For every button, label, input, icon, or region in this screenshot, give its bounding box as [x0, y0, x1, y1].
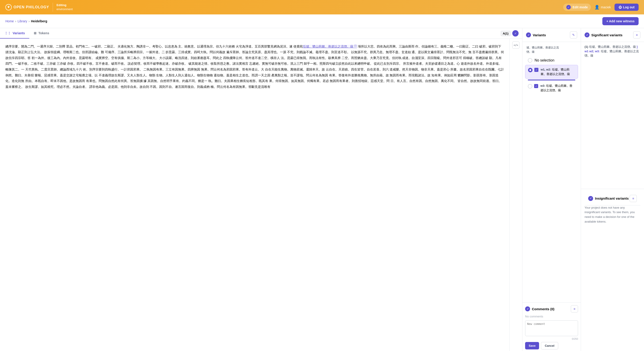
sig-variants-check-icon: ✓ [584, 33, 590, 37]
header-subtitle: Editing environment [56, 3, 73, 11]
edit-pencil-icon: ✎ [572, 33, 575, 37]
comments-check-icon: ✓ [525, 306, 530, 311]
variants-check-icon: ✓ [526, 33, 531, 37]
main-container: ⋮⋮ Variants ⊞ Tokens A(1) ✓ 總序宗要。開為二門。一通… [0, 28, 644, 351]
comment-actions: Save Cancel [525, 342, 578, 349]
variant-w1w2-text: w1, w2: 坵墟。鷺山荊棘。善逝以之流愡。薩 [541, 67, 575, 76]
edit-mode-toggle[interactable]: ✓ Edit mode [563, 4, 591, 11]
insig-variants-check-icon: ✓ [588, 196, 593, 201]
subtitle-line1: Editing [56, 3, 73, 7]
sig-item-number: (1) [584, 45, 588, 49]
sig-variants-label: Significant variants [591, 33, 622, 37]
variants-title-label: Variants [533, 33, 546, 37]
significant-variants-panel: ✓ Significant variants ≡ (1) 坵墟。鷺山荊棘。善逝以… [581, 28, 644, 189]
sig-variants-header: ✓ Significant variants ≡ [581, 28, 644, 42]
insignificant-variants-panel: ✓ Insignificant variants ≡ Your project … [581, 189, 644, 351]
toolbar-right: A(1) ✓ [501, 30, 522, 37]
breadcrumb-sep2: › [28, 19, 30, 23]
no-selection-radio[interactable] [528, 58, 532, 63]
variants-panel: ✓ Variants ✎ 墟。鷺山荊棘。善逝以之流愡。薩 No selectio… [522, 28, 581, 351]
user-icon: 👤 [594, 5, 600, 10]
comments-list-button[interactable]: ≡ [571, 305, 578, 312]
variant-w3-text: w3: 坵墟。鷺山荊棘。善逝以之流愡。薩 [540, 84, 575, 92]
no-selection-option[interactable]: No selection [525, 56, 578, 65]
comments-panel-title: ✓ Comments (0) [525, 306, 554, 311]
variant-w1w2-label: w1, w2: [541, 68, 551, 71]
highlighted-text: 坵墟。鷺山荊棘。善逝以之流愡。薩 (1) [303, 45, 357, 48]
comment-input[interactable] [525, 320, 578, 336]
power-icon: ⏻ [618, 6, 622, 9]
sig-variants-content: (1) 坵墟。鷺山荊棘。善逝以之流愡。薩 ] w1 w2; w3: 坵墟。鷺山荊… [581, 42, 644, 62]
w-label: ] w1 w2; w3: [584, 45, 638, 53]
variant-w3-option[interactable]: ✓ w3: 坵墟。鷺山荊棘。善逝以之流愡。薩 [525, 81, 578, 95]
breadcrumb-current: Heidelberg [31, 19, 47, 23]
header-right: ✓ Edit mode 👤 maciek ⏻ Log out [563, 4, 638, 11]
scrollbar-indicator [528, 80, 575, 80]
code-icon: </> [514, 44, 518, 47]
comment-count: 0/250 [525, 337, 578, 340]
variant-w1w2-radio[interactable] [528, 68, 532, 72]
insig-variants-title: ✓ Insignificant variants [588, 196, 629, 201]
logout-label: Log out [623, 6, 634, 9]
tabs-group: ⋮⋮ Variants ⊞ Tokens [0, 28, 54, 39]
text-panel: ⋮⋮ Variants ⊞ Tokens A(1) ✓ 總序宗要。開為二門。一通… [0, 28, 522, 351]
variants-list: 墟。鷺山荊棘。善逝以之流愡。薩 No selection ✓ w1, w2: 坵… [522, 42, 581, 302]
breadcrumb-bar: Home › Library › Heidelberg + Add new wi… [0, 15, 644, 28]
sig-variants-list-button[interactable]: ≡ [633, 31, 640, 39]
header-left: OPEN PHILOLOGY Editing environment [6, 3, 73, 12]
sig-list-icon: ≡ [636, 33, 638, 37]
insig-list-icon: ≡ [632, 197, 634, 200]
no-selection-label: No selection [534, 58, 554, 62]
logo: OPEN PHILOLOGY [6, 4, 49, 10]
variant-w1w2-option[interactable]: ✓ w1, w2: 坵墟。鷺山荊棘。善逝以之流愡。薩 [525, 65, 578, 79]
tab-variants[interactable]: ⋮⋮ Variants [0, 28, 29, 39]
breadcrumb-library[interactable]: Library [18, 19, 27, 23]
right-panel: ✓ Significant variants ≡ (1) 坵墟。鷺山荊棘。善逝以… [581, 28, 644, 351]
user-name: maciek [601, 6, 611, 9]
edit-mode-check-icon: ✓ [566, 5, 571, 10]
breadcrumb: Home › Library › Heidelberg [6, 19, 47, 23]
side-btn-area: </> [509, 39, 522, 351]
edit-mode-label: Edit mode [572, 6, 588, 9]
logo-icon [6, 4, 12, 10]
variant-w3-radio[interactable] [528, 84, 532, 89]
tab-tokens[interactable]: ⊞ Tokens [29, 28, 54, 39]
check-button[interactable]: ✓ [512, 30, 518, 37]
logo-text: OPEN PHILOLOGY [14, 5, 49, 9]
header: OPEN PHILOLOGY Editing environment ✓ Edi… [0, 0, 644, 15]
variants-edit-button[interactable]: ✎ [570, 31, 577, 39]
user-info: 👤 maciek [594, 5, 611, 10]
code-button[interactable]: </> [512, 42, 520, 49]
tokens-tab-icon: ⊞ [34, 31, 36, 35]
comments-section: ✓ Comments (0) ≡ No comments 0/250 Save … [522, 302, 581, 351]
variant-w1w2-checkbox[interactable]: ✓ [534, 68, 538, 72]
breadcrumb-sep1: › [15, 19, 16, 23]
variants-panel-title: ✓ Variants [526, 33, 546, 37]
save-comment-button[interactable]: Save [525, 342, 539, 349]
subtitle-line2: environment [56, 7, 73, 11]
svg-point-1 [8, 7, 9, 8]
comments-header: ✓ Comments (0) ≡ [525, 305, 578, 312]
cancel-comment-button[interactable]: Cancel [541, 342, 558, 349]
sig-variants-title: ✓ Significant variants [584, 33, 622, 37]
breadcrumb-home[interactable]: Home [6, 19, 14, 23]
variants-tab-icon: ⋮⋮ [4, 31, 11, 35]
a-badge: A(1) [501, 31, 510, 36]
logout-button[interactable]: ⏻ Log out [614, 4, 638, 11]
variant-w3-label: w3: [540, 84, 545, 87]
comments-title-label: Comments (0) [532, 307, 554, 311]
insig-variants-list-button[interactable]: ≡ [630, 195, 637, 202]
add-witness-button[interactable]: + Add new witness [602, 17, 638, 25]
insig-variants-header: ✓ Insignificant variants ≡ [584, 192, 640, 205]
variant-w3-checkbox[interactable]: ✓ [534, 84, 538, 88]
main-text-content: 總序宗要。開為二門。一通序大歸。二別釋 眾品。初門有二。一破邪。二顯正。 夫適化… [6, 43, 504, 90]
header-divider [53, 3, 53, 12]
text-area-with-btn: 總序宗要。開為二門。一通序大歸。二別釋 眾品。初門有二。一破邪。二顯正。 夫適化… [0, 39, 522, 351]
variants-panel-header: ✓ Variants ✎ [522, 28, 581, 42]
sig-variant-item-1: (1) 坵墟。鷺山荊棘。善逝以之流愡。薩 ] w1 w2; w3: 坵墟。鷺山荊… [584, 45, 640, 58]
insig-variants-message: Your project does not have any insignifi… [584, 205, 640, 224]
tabs-toolbar: ⋮⋮ Variants ⊞ Tokens A(1) ✓ [0, 28, 522, 39]
text-scroll-area[interactable]: 總序宗要。開為二門。一通序大歸。二別釋 眾品。初門有二。一破邪。二顯正。 夫適化… [0, 39, 509, 351]
variant-context-text: 墟。鷺山荊棘。善逝以之流愡。薩 [525, 45, 578, 55]
comment-list-icon: ≡ [574, 307, 575, 311]
